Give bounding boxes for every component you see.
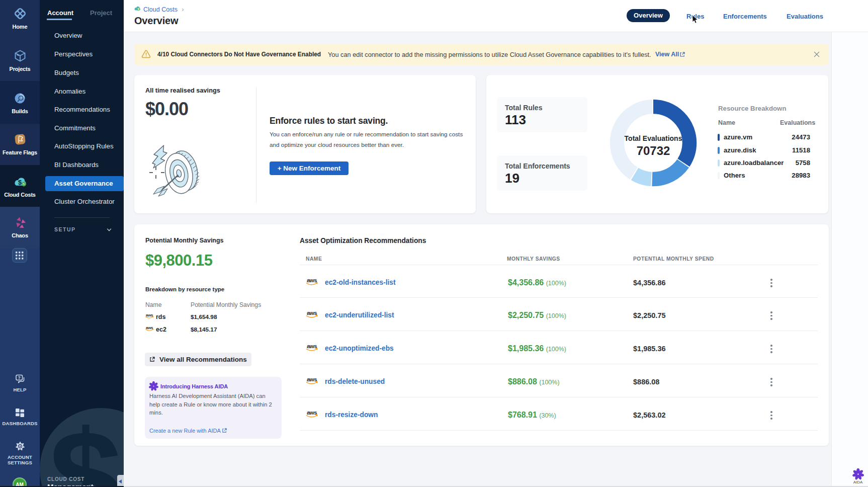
svg-text:$: $ bbox=[18, 179, 22, 186]
svg-text:?: ? bbox=[18, 375, 20, 380]
svg-text:aws: aws bbox=[307, 277, 317, 283]
svg-text:aws: aws bbox=[307, 310, 317, 316]
svg-text:$: $ bbox=[49, 403, 122, 487]
svg-text:aws: aws bbox=[307, 343, 317, 349]
svg-text:aws: aws bbox=[307, 410, 317, 416]
svg-text:aws: aws bbox=[307, 376, 317, 382]
svg-text:$: $ bbox=[138, 8, 139, 11]
